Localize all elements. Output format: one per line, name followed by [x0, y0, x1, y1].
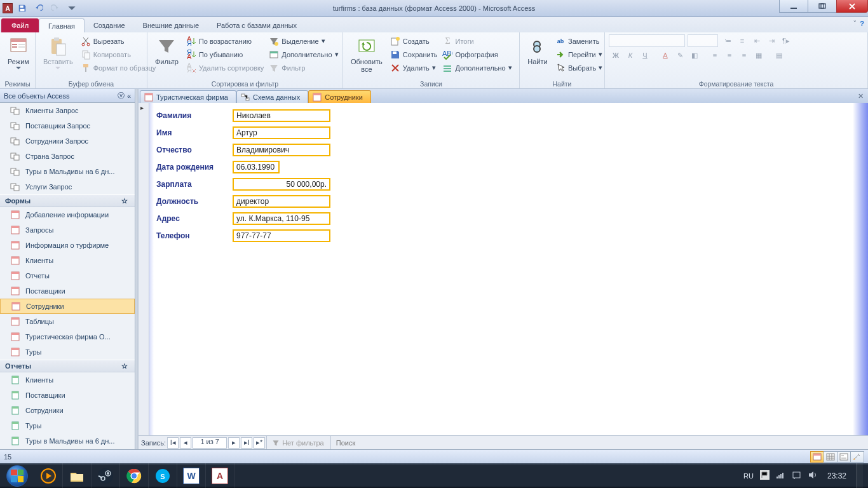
minimize-button[interactable]: [779, 0, 808, 13]
copy-button[interactable]: Копировать: [79, 48, 158, 61]
nav-form-item[interactable]: Информация о турфирме: [0, 238, 135, 253]
cut-button[interactable]: Вырезать: [79, 34, 158, 48]
last-record-button[interactable]: ▸I: [241, 437, 252, 449]
taskbar-media-icon[interactable]: [34, 463, 63, 488]
format-painter-button[interactable]: Формат по образцу: [79, 61, 158, 74]
tray-network-icon[interactable]: [776, 470, 785, 481]
layout-view-button[interactable]: [837, 451, 851, 463]
select-button[interactable]: Выбрать ▾: [554, 61, 604, 74]
align-right-icon[interactable]: ≡: [737, 49, 751, 62]
more-records-button[interactable]: Дополнительно ▾: [441, 61, 513, 74]
fill-color-icon[interactable]: ◧: [688, 49, 702, 62]
filter-indicator[interactable]: Нет фильтра: [266, 436, 329, 449]
nav-query-item[interactable]: Услуги Запрос: [0, 179, 135, 194]
ltr-icon[interactable]: ¶▸: [779, 34, 793, 47]
nav-collapse-icon[interactable]: «: [127, 92, 131, 100]
nav-search-icon[interactable]: ⓥ: [118, 91, 125, 100]
nav-section-reports[interactable]: Отчеты☆: [0, 360, 135, 372]
goto-button[interactable]: Перейти ▾: [554, 48, 604, 61]
find-button[interactable]: Найти: [524, 34, 552, 76]
italic-icon[interactable]: К: [623, 49, 637, 62]
bullets-icon[interactable]: ≔: [721, 34, 735, 47]
design-view-button[interactable]: [850, 451, 864, 463]
nav-form-item[interactable]: Запросы: [0, 222, 135, 238]
nav-form-item[interactable]: Поставщики: [0, 283, 135, 299]
nav-form-item[interactable]: Клиенты: [0, 253, 135, 268]
nav-form-item[interactable]: Сотрудники: [0, 299, 135, 314]
field-salary[interactable]: 50 000,00р.: [233, 178, 330, 191]
close-tab-icon[interactable]: ✕: [855, 91, 865, 101]
save-record-button[interactable]: Сохранить: [389, 48, 439, 61]
tray-flag-icon[interactable]: [760, 470, 770, 481]
doc-tab-active[interactable]: Сотрудники: [308, 90, 371, 103]
indent-dec-icon[interactable]: ⇤: [750, 34, 764, 47]
toggle-filter-button[interactable]: Фильтр: [268, 61, 339, 74]
record-selector[interactable]: ▸: [139, 103, 149, 435]
form-view-button[interactable]: [810, 451, 824, 463]
prev-record-button[interactable]: ◂: [180, 437, 191, 449]
tray-volume-icon[interactable]: [808, 470, 817, 481]
field-dob[interactable]: 06.03.1990: [233, 161, 280, 173]
nav-report-item[interactable]: Сотрудники: [0, 403, 135, 418]
spelling-button[interactable]: ABCОрфография: [441, 48, 513, 61]
nav-report-item[interactable]: Поставщики: [0, 388, 135, 403]
nav-query-item[interactable]: Туры в Мальдивы на 6 дн...: [0, 164, 135, 179]
indent-inc-icon[interactable]: ⇥: [764, 34, 778, 47]
taskbar-steam-icon[interactable]: [92, 463, 120, 488]
maximize-button[interactable]: [808, 0, 837, 13]
close-button[interactable]: [836, 0, 868, 13]
replace-button[interactable]: abЗаменить: [554, 34, 604, 48]
nav-section-forms[interactable]: Формы☆: [0, 194, 135, 207]
record-search-input[interactable]: [336, 439, 412, 447]
nav-form-item[interactable]: Таблицы: [0, 314, 135, 329]
field-tel[interactable]: 977-77-77: [233, 229, 330, 242]
delete-record-button[interactable]: Удалить ▾: [389, 61, 439, 74]
sort-desc-button[interactable]: ЯАПо убыванию: [185, 48, 265, 61]
first-record-button[interactable]: I◂: [167, 437, 179, 449]
align-center-icon[interactable]: ≡: [722, 49, 736, 62]
taskbar-access-icon[interactable]: A: [206, 463, 234, 488]
help-icon[interactable]: ?: [860, 20, 864, 27]
datasheet-view-button[interactable]: [824, 451, 837, 463]
start-button[interactable]: [0, 463, 34, 488]
font-family-combo[interactable]: [609, 34, 685, 47]
qat-customize-icon[interactable]: [65, 1, 79, 15]
field-addr[interactable]: ул. К.Маркса, 110-95: [233, 212, 330, 225]
nav-form-item[interactable]: Добавление информации: [0, 207, 135, 222]
font-color-icon[interactable]: А: [658, 49, 672, 62]
taskbar-skype-icon[interactable]: S: [149, 463, 177, 488]
qat-save-icon[interactable]: [15, 1, 29, 15]
tray-action-icon[interactable]: [792, 470, 801, 481]
next-record-button[interactable]: ▸: [228, 437, 240, 449]
language-indicator[interactable]: RU: [743, 472, 754, 480]
nav-query-item[interactable]: Клиенты Запрос: [0, 103, 135, 118]
nav-query-item[interactable]: Страна Запрос: [0, 149, 135, 164]
alt-row-icon[interactable]: ▤: [772, 49, 786, 62]
field-patr[interactable]: Владимирович: [233, 144, 330, 156]
bold-icon[interactable]: Ж: [609, 49, 623, 62]
paste-button[interactable]: Вставить: [39, 34, 77, 76]
nav-report-item[interactable]: Услуги: [0, 449, 135, 449]
tab-home[interactable]: Главная: [39, 18, 85, 32]
advanced-filter-button[interactable]: Дополнительно ▾: [268, 48, 339, 61]
doc-tab[interactable]: Схема данных: [236, 90, 308, 103]
underline-icon[interactable]: Ч: [638, 49, 652, 62]
totals-button[interactable]: ΣИтоги: [441, 34, 513, 48]
nav-query-item[interactable]: Поставщики Запрос: [0, 118, 135, 133]
nav-report-item[interactable]: Клиенты: [0, 372, 135, 388]
nav-form-item[interactable]: Отчеты: [0, 268, 135, 283]
refresh-all-button[interactable]: Обновить все: [347, 34, 386, 76]
doc-tab[interactable]: Туристическая фирма: [140, 90, 236, 103]
sort-asc-button[interactable]: АЯПо возрастанию: [185, 34, 265, 48]
field-famil[interactable]: Николаев: [233, 109, 330, 122]
taskbar-chrome-icon[interactable]: [120, 463, 149, 488]
nav-header[interactable]: Все объекты Access ⓥ«: [0, 89, 135, 103]
highlight-icon[interactable]: ✎: [673, 49, 687, 62]
ribbon-minimize-icon[interactable]: ˇ: [854, 20, 857, 27]
show-desktop-button[interactable]: [857, 463, 863, 488]
qat-undo-icon[interactable]: [32, 1, 46, 15]
view-button[interactable]: Режим: [4, 34, 33, 76]
qat-redo-icon[interactable]: [48, 1, 62, 15]
tray-clock[interactable]: 23:32: [824, 471, 850, 480]
selection-button[interactable]: Выделение ▾: [268, 34, 339, 48]
